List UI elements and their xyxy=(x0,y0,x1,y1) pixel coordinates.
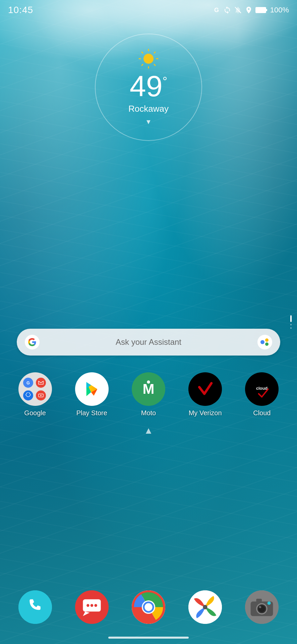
svg-point-26 xyxy=(193,377,217,401)
dock-item-pinwheel[interactable] xyxy=(188,590,222,624)
search-bar[interactable]: Ask your Assistant xyxy=(17,329,280,356)
my-verizon-icon xyxy=(188,372,222,406)
youtube-mini-icon xyxy=(36,390,46,400)
page-dot-2 xyxy=(290,324,292,325)
svg-point-18 xyxy=(265,342,269,346)
camera-icon xyxy=(245,590,279,624)
google-label: Google xyxy=(24,409,46,417)
battery-percentage: 100% xyxy=(270,6,289,14)
svg-line-12 xyxy=(154,52,155,53)
page-dots xyxy=(290,315,292,329)
google-mini-icon: G xyxy=(23,378,33,388)
play-store-label: Play Store xyxy=(76,409,107,417)
svg-point-33 xyxy=(86,604,89,607)
drive-mini-icon xyxy=(23,390,33,400)
play-store-icon xyxy=(75,372,109,406)
weather-widget[interactable]: 49° Rockaway ▼ xyxy=(95,34,202,141)
page-dot-1 xyxy=(290,315,292,322)
dock-up-arrow[interactable]: ▲ xyxy=(144,425,153,436)
svg-point-47 xyxy=(259,606,261,608)
weather-sun-icon xyxy=(138,49,159,69)
svg-rect-3 xyxy=(266,9,267,11)
dock-item-phone[interactable] xyxy=(18,590,52,624)
app-item-my-verizon[interactable]: My Verizon xyxy=(188,372,222,417)
gmail-mini-icon xyxy=(36,378,46,388)
svg-text:G: G xyxy=(214,7,219,13)
google-status-icon: G xyxy=(213,6,221,14)
app-item-play-store[interactable]: Play Store xyxy=(75,372,109,417)
battery-icon xyxy=(255,6,268,14)
location-icon xyxy=(245,6,253,14)
app-item-moto[interactable]: M Moto xyxy=(132,372,165,417)
svg-rect-4 xyxy=(256,8,265,12)
dock-item-camera[interactable] xyxy=(245,590,279,624)
svg-line-13 xyxy=(142,64,143,65)
svg-point-49 xyxy=(268,601,271,605)
pinwheel-icon xyxy=(188,590,222,624)
svg-point-25 xyxy=(147,380,150,383)
cloud-icon: cloud xyxy=(245,372,279,406)
app-item-cloud[interactable]: cloud Cloud xyxy=(245,372,279,417)
search-placeholder: Ask your Assistant xyxy=(40,337,257,347)
messages-icon xyxy=(75,590,109,624)
phone-icon xyxy=(18,590,52,624)
google-logo xyxy=(25,335,40,350)
svg-marker-21 xyxy=(40,395,42,396)
status-time: 10:45 xyxy=(8,5,33,15)
moto-icon: M xyxy=(132,372,165,406)
status-bar: 10:45 G 100% xyxy=(0,0,297,20)
svg-point-42 xyxy=(203,605,207,609)
weather-temperature: 49° xyxy=(130,71,167,101)
google-folder-icon: G xyxy=(18,372,52,406)
bottom-dock xyxy=(0,590,297,624)
svg-point-34 xyxy=(91,604,93,607)
sync-icon xyxy=(223,6,231,14)
dock-item-chrome[interactable] xyxy=(132,590,165,624)
svg-line-11 xyxy=(154,64,155,65)
svg-rect-48 xyxy=(256,599,262,602)
weather-chevron-icon: ▼ xyxy=(145,118,152,126)
notifications-muted-icon xyxy=(234,6,242,14)
page-dot-3 xyxy=(290,327,292,329)
moto-label: Moto xyxy=(141,409,156,417)
svg-line-10 xyxy=(142,52,143,53)
svg-point-17 xyxy=(265,338,269,342)
google-assistant-icon xyxy=(257,335,272,350)
weather-city: Rockaway xyxy=(128,104,169,114)
svg-point-15 xyxy=(257,335,272,350)
svg-point-35 xyxy=(94,604,97,607)
chrome-icon xyxy=(132,590,165,624)
app-row: G Google xyxy=(0,372,297,417)
cloud-label: Cloud xyxy=(253,409,271,417)
svg-text:cloud: cloud xyxy=(256,386,268,391)
home-indicator xyxy=(108,637,189,639)
svg-point-40 xyxy=(144,603,152,611)
svg-point-16 xyxy=(260,340,264,344)
svg-text:G: G xyxy=(26,381,30,385)
svg-point-5 xyxy=(144,54,153,63)
my-verizon-label: My Verizon xyxy=(189,409,222,417)
status-icons: G 100% xyxy=(213,6,289,14)
dock-item-messages[interactable] xyxy=(75,590,109,624)
app-item-google[interactable]: G Google xyxy=(18,372,52,417)
